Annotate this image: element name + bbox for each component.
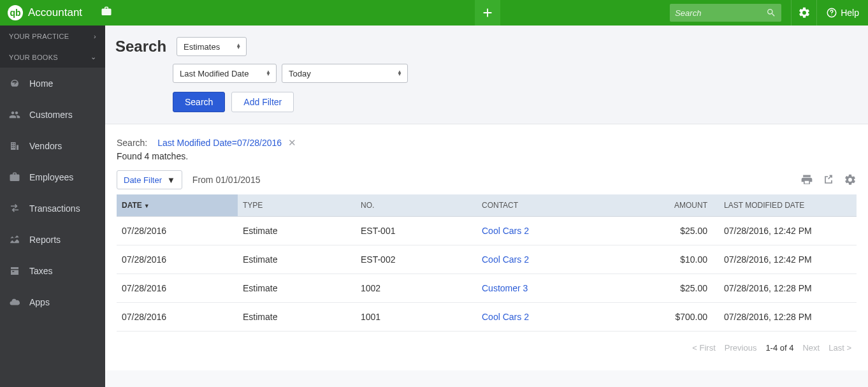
search-summary: Search: Last Modified Date=07/28/2016 ✕ [117,137,857,149]
gauge-icon [9,78,20,89]
logo-area: qb Accountant [0,5,120,20]
result-count: Found 4 matches. [117,151,857,161]
sidebar-section-practice[interactable]: YOUR PRACTICE › [0,26,105,47]
col-contact[interactable]: CONTACT [477,194,604,217]
filter-chip[interactable]: Last Modified Date=07/28/2016 [157,138,282,148]
table-row[interactable]: 07/28/2016EstimateEST-002Cool Cars 2$10.… [117,245,857,274]
cell-amount: $25.00 [604,274,712,303]
briefcase-icon[interactable] [100,6,113,20]
sidebar-item-employees[interactable]: Employees [0,161,105,193]
sidebar-item-taxes[interactable]: Taxes [0,255,105,286]
transactions-icon [9,203,20,214]
top-right: Help [670,0,868,26]
pager-next[interactable]: Next [802,343,820,353]
cell-contact: Cool Cars 2 [477,217,604,245]
cell-lmd: 07/28/2016, 12:28 PM [712,274,857,303]
cell-type: Estimate [238,303,356,332]
print-icon[interactable] [800,173,813,186]
search-panel: Search Estimates ▲▼ Last Modified Date ▲… [105,26,868,124]
sidebar-item-customers[interactable]: Customers [0,99,105,130]
from-date-text: From 01/01/2015 [192,175,261,185]
type-select[interactable]: Estimates ▲▼ [177,37,247,56]
range-select-value: Today [289,69,311,78]
search-summary-label: Search: [117,138,147,148]
sidebar-item-label: Customers [29,110,73,120]
cell-contact: Cool Cars 2 [477,303,604,332]
contact-link[interactable]: Cool Cars 2 [482,226,529,236]
contact-link[interactable]: Customer 3 [482,283,528,293]
field-select[interactable]: Last Modified Date ▲▼ [173,64,277,83]
sidebar-section-books-label: YOUR BOOKS [9,54,58,61]
sort-desc-icon: ▼ [144,203,150,209]
date-filter-label: Date Filter [124,175,162,185]
col-lmd[interactable]: LAST MODIFIED DATE [712,194,857,217]
taxes-icon [9,265,20,277]
table-row[interactable]: 07/28/2016Estimate1002Customer 3$25.0007… [117,274,857,303]
cell-type: Estimate [238,217,356,245]
field-select-value: Last Modified Date [180,69,249,78]
pager-first[interactable]: < First [692,343,715,353]
chart-icon [9,234,20,245]
sidebar-item-apps[interactable]: Apps [0,286,105,318]
table-header-row: DATE▼ TYPE NO. CONTACT AMOUNT LAST MODIF… [117,194,857,217]
settings-button[interactable] [791,0,816,26]
search-button[interactable]: Search [173,92,225,112]
sidebar-item-label: Reports [29,235,61,245]
table-row[interactable]: 07/28/2016Estimate1001Cool Cars 2$700.00… [117,303,857,332]
sidebar-item-reports[interactable]: Reports [0,224,105,255]
top-bar: qb Accountant Help [0,0,868,26]
cell-type: Estimate [238,245,356,274]
svg-point-1 [832,15,832,15]
people-icon [9,109,20,120]
date-filter-button[interactable]: Date Filter ▼ [117,170,182,189]
cell-contact: Customer 3 [477,274,604,303]
cell-amount: $700.00 [604,303,712,332]
briefcase-icon [9,172,20,183]
cloud-icon [9,296,20,308]
cell-lmd: 07/28/2016, 12:42 PM [712,217,857,245]
col-date[interactable]: DATE▼ [117,194,238,217]
cell-lmd: 07/28/2016, 12:42 PM [712,245,857,274]
col-no[interactable]: NO. [356,194,477,217]
contact-link[interactable]: Cool Cars 2 [482,312,529,322]
pager-range: 1-4 of 4 [765,343,793,353]
sidebar-item-label: Transactions [29,203,80,214]
sidebar-item-home[interactable]: Home [0,68,105,99]
sidebar-item-label: Home [29,78,53,89]
cell-no: EST-002 [356,245,477,274]
sidebar-item-label: Taxes [29,266,53,276]
pager: < First Previous 1-4 of 4 Next Last > [117,332,857,364]
remove-filter-icon[interactable]: ✕ [288,137,296,148]
col-amount[interactable]: AMOUNT [604,194,712,217]
cell-no: 1001 [356,303,477,332]
updown-caret-icon: ▲▼ [236,44,241,49]
global-search[interactable] [670,4,781,22]
pager-last[interactable]: Last > [828,343,851,353]
chevron-right-icon: › [94,33,96,40]
updown-caret-icon: ▲▼ [266,71,271,76]
type-select-value: Estimates [184,42,220,52]
range-select[interactable]: Today ▲▼ [282,64,408,83]
add-filter-button[interactable]: Add Filter [231,92,294,112]
cell-date: 07/28/2016 [117,274,238,303]
global-search-input[interactable] [675,8,766,18]
pager-prev[interactable]: Previous [725,343,757,353]
table-settings-icon[interactable] [844,173,857,186]
sidebar-item-label: Employees [29,172,73,182]
sidebar-item-transactions[interactable]: Transactions [0,193,105,224]
sidebar-item-vendors[interactable]: Vendors [0,130,105,161]
building-icon [9,140,20,152]
export-icon[interactable] [822,173,835,186]
global-add-button[interactable] [475,0,500,26]
qb-logo-icon: qb [8,5,23,20]
cell-contact: Cool Cars 2 [477,245,604,274]
col-type[interactable]: TYPE [238,194,356,217]
cell-lmd: 07/28/2016, 12:28 PM [712,303,857,332]
help-button[interactable]: Help [816,0,868,26]
sidebar-section-books[interactable]: YOUR BOOKS ⌄ [0,47,105,68]
page-title: Search [115,38,166,55]
contact-link[interactable]: Cool Cars 2 [482,254,529,265]
results-toolbar: Date Filter ▼ From 01/01/2015 [117,170,857,189]
table-row[interactable]: 07/28/2016EstimateEST-001Cool Cars 2$25.… [117,217,857,245]
results-area: Search: Last Modified Date=07/28/2016 ✕ … [105,124,868,370]
